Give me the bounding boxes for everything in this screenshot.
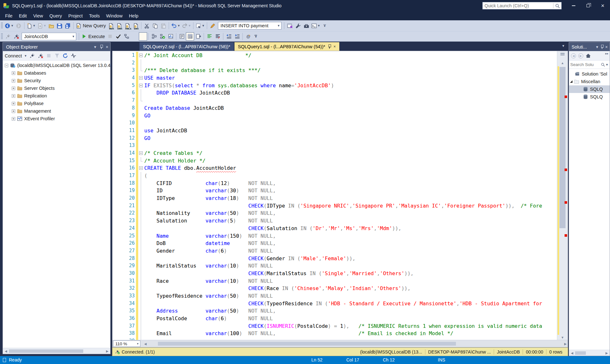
status-character[interactable]: Ch 12 xyxy=(383,357,395,362)
code-line-28[interactable]: 28 CHECK(Gender IN ('Male','Female')), xyxy=(112,255,557,262)
database-combo[interactable]: JointAccDB▼ xyxy=(22,33,76,40)
tree-item-polybase[interactable]: +PolyBase xyxy=(3,100,110,107)
status-line[interactable]: Ln 52 xyxy=(311,357,322,362)
chevron-down-icon[interactable]: ▼ xyxy=(135,342,140,345)
actual-plan-icon[interactable] xyxy=(150,32,158,41)
code-line-8[interactable]: 8Create Database JointAccDB xyxy=(112,104,557,112)
command-window-icon[interactable]: ▼ xyxy=(310,22,321,30)
query-shortcut-combo[interactable]: INSERT INTO payment▼ xyxy=(218,22,281,30)
tree-item-security[interactable]: +Security xyxy=(3,77,110,84)
parse-icon[interactable] xyxy=(114,32,122,41)
template-parameters-icon[interactable] xyxy=(208,22,217,30)
code-line-24[interactable]: 24 CHECK(Salutation IN ('Dr','Mr','Ms','… xyxy=(112,225,557,232)
results-to-file-icon[interactable] xyxy=(194,32,202,41)
scroll-left-icon[interactable]: ◀ xyxy=(3,349,8,353)
solution-explorer-hscrollbar[interactable]: ◀ ▶ xyxy=(569,350,610,356)
quick-launch-box[interactable] xyxy=(482,2,562,10)
close-results-icon[interactable] xyxy=(286,22,294,30)
dmx-query-icon[interactable]: DMX xyxy=(115,22,123,30)
menu-view[interactable]: View xyxy=(30,12,46,20)
scroll-up-icon[interactable]: ▲ xyxy=(557,61,568,65)
client-stats-icon[interactable] xyxy=(166,32,175,41)
code-line-39[interactable]: 39 xyxy=(112,337,557,340)
code-line-22[interactable]: 22 Nationality varchar(50) NOT NULL, xyxy=(112,209,557,217)
code-line-23[interactable]: 23 Salutation varchar(5) NOT NULL xyxy=(112,217,557,225)
tree-item-databases[interactable]: +Databases xyxy=(3,69,110,77)
menu-help[interactable]: Help xyxy=(126,12,142,20)
connect-plug-icon[interactable] xyxy=(30,53,35,58)
query-options-icon[interactable] xyxy=(131,32,139,41)
toolbar-overflow-icon[interactable]: ▼ xyxy=(254,35,258,38)
code-line-3[interactable]: 3/*** Delete database if it exists ***/ xyxy=(112,67,557,74)
document-tab-1[interactable]: SQLQuery2.sql - (l...AP897A\Chunw (58))* xyxy=(139,42,234,51)
copy-icon[interactable] xyxy=(151,22,159,30)
code-line-13[interactable]: 13 xyxy=(112,142,557,149)
home-icon[interactable] xyxy=(586,53,591,58)
tree-item-management[interactable]: +Management xyxy=(3,107,110,115)
tree-item-server-objects[interactable]: +Server Objects xyxy=(3,84,110,92)
outlining-margin[interactable]: − xyxy=(138,149,144,157)
selector-icon[interactable]: ▼ xyxy=(195,22,206,30)
error-mark-icon[interactable] xyxy=(565,201,567,204)
error-mark-icon[interactable] xyxy=(565,169,567,171)
disconnect-plug-icon[interactable] xyxy=(38,53,43,58)
increase-indent-icon[interactable] xyxy=(233,32,241,41)
menu-project[interactable]: Project xyxy=(65,12,86,20)
chevron-down-icon[interactable]: ▼ xyxy=(606,63,608,66)
object-explorer-hscrollbar[interactable]: ◀ ▶ xyxy=(3,348,110,354)
search-icon[interactable] xyxy=(601,63,605,67)
xmla-query-icon[interactable]: XMLA xyxy=(123,22,132,30)
code-line-1[interactable]: 1−/* Joint Account DB */ xyxy=(112,52,557,59)
solution-tree-item-1[interactable]: Solution 'Sol xyxy=(569,70,610,78)
outlining-margin[interactable]: − xyxy=(138,74,144,82)
quick-launch-input[interactable] xyxy=(483,3,553,8)
code-line-33[interactable]: 33 TypeofResidence varchar(50) NOT NULL xyxy=(112,292,557,300)
search-icon[interactable] xyxy=(555,3,560,8)
uncomment-icon[interactable] xyxy=(214,32,222,41)
comment-out-icon[interactable] xyxy=(205,32,214,41)
code-line-18[interactable]: 18 CIFID char(12) NOT NULL, xyxy=(112,180,557,187)
code-line-12[interactable]: 12GO xyxy=(112,135,557,142)
close-panel-icon[interactable]: × xyxy=(106,44,108,50)
toolbar-overflow-icon[interactable]: ▼ xyxy=(322,24,327,27)
zoom-level-combo[interactable]: 110 % ▼ xyxy=(113,341,140,347)
minimize-button[interactable] xyxy=(566,0,581,11)
vertical-scroll-thumb[interactable] xyxy=(559,67,566,228)
pin-icon[interactable] xyxy=(601,45,603,49)
decrease-indent-icon[interactable] xyxy=(225,32,233,41)
code-line-15[interactable]: 15/* Account Holder */ xyxy=(112,157,557,165)
dax-query-icon[interactable]: DAX xyxy=(132,22,140,30)
code-line-7[interactable]: 7 xyxy=(112,97,557,104)
window-position-icon[interactable]: ▼ xyxy=(595,45,599,49)
mdx-query-icon[interactable]: MDX xyxy=(107,22,115,30)
code-line-16[interactable]: 16−CREATE TABLE dbo.AccountHolder xyxy=(112,164,557,172)
intellisense-icon[interactable] xyxy=(139,32,147,41)
template-params-icon[interactable] xyxy=(244,32,252,41)
code-area[interactable]: 1−/* Joint Account DB */23/*** Delete da… xyxy=(112,51,557,340)
code-line-6[interactable]: 6 DROP DATABASE JointAccDB xyxy=(112,89,557,97)
expander-icon[interactable] xyxy=(570,80,573,83)
save-icon[interactable] xyxy=(56,22,64,30)
code-line-26[interactable]: 26 DoB datetime NOT NULL, xyxy=(112,240,557,247)
solution-tree-item-3[interactable]: SQLQ xyxy=(569,85,610,93)
code-line-17[interactable]: 17( xyxy=(112,172,557,180)
new-file-icon[interactable]: ▼ xyxy=(26,22,37,30)
status-insert-mode[interactable]: INS xyxy=(438,357,445,362)
solution-search-input[interactable] xyxy=(570,62,601,67)
scroll-left-icon[interactable]: ◀ xyxy=(143,342,148,346)
code-line-2[interactable]: 2 xyxy=(112,59,557,67)
code-line-10[interactable]: 10 xyxy=(112,119,557,127)
outlining-margin[interactable]: − xyxy=(138,82,144,89)
code-line-29[interactable]: 29 MaritalStatus varchar(10) NOT NULL xyxy=(112,262,557,270)
solution-tree-item-2[interactable]: Miscellan xyxy=(569,78,610,85)
code-line-20[interactable]: 20 IDType varchar(18) NOT NULL xyxy=(112,195,557,202)
editor-vertical-scrollbar[interactable]: ▲ ▼ xyxy=(557,51,568,340)
save-all-icon[interactable] xyxy=(64,22,72,30)
scroll-right-icon[interactable]: ▶ xyxy=(604,351,609,355)
code-line-14[interactable]: 14−/* Create Tables */ xyxy=(112,149,557,157)
code-line-27[interactable]: 27 Gender char(6) NOT NULL xyxy=(112,247,557,255)
code-line-38[interactable]: 38 Email varchar(100) NOT NULL, /* Email… xyxy=(112,330,557,337)
menu-window[interactable]: Window xyxy=(103,12,126,20)
pin-icon[interactable] xyxy=(328,44,331,49)
code-line-36[interactable]: 36 PostalCode char(6) NOT NULL xyxy=(112,315,557,322)
